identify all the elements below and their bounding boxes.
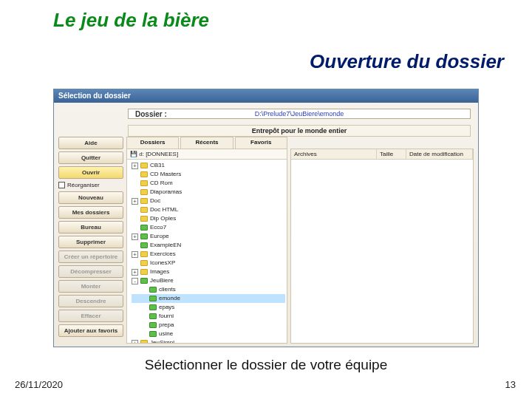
entrepot-banner: Entrepôt pour le monde entier xyxy=(128,125,471,137)
tree-item[interactable]: CD Masters xyxy=(132,170,285,179)
quitter-button[interactable]: Quitter xyxy=(58,151,123,164)
tree-item[interactable]: -JeuBiere xyxy=(132,276,285,285)
tree-item-label: CD Masters xyxy=(150,170,181,179)
tree-item-label: Doc xyxy=(150,197,160,205)
tree-item-label: Exercices xyxy=(150,250,176,259)
tab-dossiers[interactable]: Dossiers xyxy=(126,137,179,149)
folder-icon xyxy=(140,171,148,177)
ajouter-favoris-button[interactable]: Ajouter aux favoris xyxy=(58,324,123,337)
dialog-window: Sélection du dossier Dossier : D:\Prelud… xyxy=(53,89,479,347)
tree-item[interactable]: ExampleEN xyxy=(132,241,285,250)
folder-icon xyxy=(140,180,148,186)
folder-icon xyxy=(140,225,148,231)
tree-item[interactable]: Doc HTML xyxy=(132,205,285,214)
tree-item[interactable]: +Doc xyxy=(132,197,285,205)
tree-item-label: Ecco7 xyxy=(150,223,166,232)
tree-item[interactable]: IconesXP xyxy=(132,259,285,267)
tree-item[interactable]: epays xyxy=(132,303,285,312)
folder-tree[interactable]: +CB31CD MastersCD RomDiaporamas+DocDoc H… xyxy=(127,160,287,344)
tree-item-label: JeuBiere xyxy=(150,276,174,285)
folder-icon xyxy=(149,287,157,293)
tree-item[interactable]: Ecco7 xyxy=(132,223,285,232)
folder-icon xyxy=(140,242,148,248)
folder-icon xyxy=(149,322,157,328)
slide-page-number: 13 xyxy=(505,379,516,390)
folder-icon xyxy=(140,233,148,239)
tree-item-label: CD Rom xyxy=(150,179,173,188)
expand-icon[interactable]: + xyxy=(132,340,138,344)
tree-item[interactable]: +CB31 xyxy=(132,161,285,170)
tree-item-label: Europe xyxy=(150,232,169,241)
expand-icon[interactable]: + xyxy=(132,233,138,240)
tree-item-label: usine xyxy=(159,330,173,338)
folder-icon xyxy=(149,313,157,319)
folder-icon xyxy=(140,269,148,275)
slide-date: 26/11/2020 xyxy=(15,379,63,390)
expand-icon[interactable]: + xyxy=(132,163,138,169)
bureau-button[interactable]: Bureau xyxy=(58,221,123,233)
tree-item-label: prepa xyxy=(159,321,174,330)
collapse-icon[interactable]: - xyxy=(132,278,138,284)
tree-item-label: JeuSimpl xyxy=(150,338,174,344)
mesdossiers-button[interactable]: Mes dossiers xyxy=(58,206,123,219)
tree-item[interactable]: emonde xyxy=(132,294,285,303)
tree-item[interactable]: fourni xyxy=(132,312,285,321)
slide-subtitle: Ouverture du dossier xyxy=(310,50,504,73)
tree-item[interactable]: clients xyxy=(132,285,285,294)
tree-item-label: Doc HTML xyxy=(150,205,178,214)
col-datemod[interactable]: Date de modification xyxy=(406,149,473,159)
tree-item[interactable]: Diaporamas xyxy=(132,188,285,197)
tree-item[interactable]: CD Rom xyxy=(132,179,285,188)
ouvrir-button[interactable]: Ouvrir xyxy=(58,166,123,179)
tree-item-label: epays xyxy=(159,303,174,312)
descendre-button: Descendre xyxy=(58,295,123,307)
creer-rep-button: Créer un répertoire xyxy=(58,250,123,263)
slide-title: Le jeu de la bière xyxy=(53,9,209,32)
tab-recents[interactable]: Récents xyxy=(180,137,233,149)
decompresser-button: Décompresser xyxy=(58,265,123,278)
tree-item-label: CB31 xyxy=(150,161,165,170)
col-taille[interactable]: Taille xyxy=(377,149,406,159)
tree-item-label: ExampleEN xyxy=(150,241,181,250)
expand-icon[interactable]: + xyxy=(132,269,138,276)
aide-button[interactable]: Aide xyxy=(58,137,123,149)
tree-item-label: emonde xyxy=(159,294,180,303)
tree-item[interactable]: +Europe xyxy=(132,232,285,241)
tree-item-label: Images xyxy=(150,267,169,276)
archives-column: . Archives Taille Date de modification xyxy=(290,137,474,344)
expand-icon[interactable]: + xyxy=(132,251,138,258)
tree-item[interactable]: usine xyxy=(132,330,285,338)
folder-icon xyxy=(140,163,148,168)
folder-icon xyxy=(140,207,148,213)
sidebar: Aide Quitter Ouvrir Réorganiser Nouveau … xyxy=(58,137,123,344)
tree-item[interactable]: +JeuSimpl xyxy=(132,338,285,344)
col-archives[interactable]: Archives xyxy=(291,149,377,159)
tree-item-label: clients xyxy=(159,285,176,294)
monter-button: Monter xyxy=(58,280,123,293)
folder-icon xyxy=(140,340,148,344)
tree-item[interactable]: Dip Oples xyxy=(132,214,285,223)
folder-icon xyxy=(140,189,148,195)
tree-item[interactable]: +Images xyxy=(132,267,285,276)
tree-item-label: Dip Oples xyxy=(150,214,176,223)
tab-favoris[interactable]: Favoris xyxy=(235,137,287,149)
folder-icon xyxy=(140,251,148,257)
tree-item-label: fourni xyxy=(159,312,174,321)
tree-item[interactable]: +Exercices xyxy=(132,250,285,259)
dossier-path-field[interactable]: D:\Prelude7\JeuBiere\emonde xyxy=(128,109,471,119)
drive-selector[interactable]: 💾 d: [DONNEES] xyxy=(127,149,287,160)
supprimer-button[interactable]: Supprimer xyxy=(58,236,123,248)
reorganiser-checkbox[interactable]: Réorganiser xyxy=(58,181,123,189)
folder-icon xyxy=(149,304,157,310)
folder-icon xyxy=(149,331,157,337)
folder-icon xyxy=(140,216,148,222)
tree-item[interactable]: prepa xyxy=(132,321,285,330)
window-titlebar: Sélection du dossier xyxy=(54,89,478,103)
expand-icon[interactable]: + xyxy=(132,198,138,205)
tree-item-label: Diaporamas xyxy=(150,188,182,197)
folder-icon xyxy=(149,296,157,301)
slide-caption: Sélectionner le dossier de votre équipe xyxy=(0,357,532,373)
reorganiser-label: Réorganiser xyxy=(67,182,100,188)
nouveau-button[interactable]: Nouveau xyxy=(58,191,123,204)
effacer-button: Effacer xyxy=(58,310,123,322)
